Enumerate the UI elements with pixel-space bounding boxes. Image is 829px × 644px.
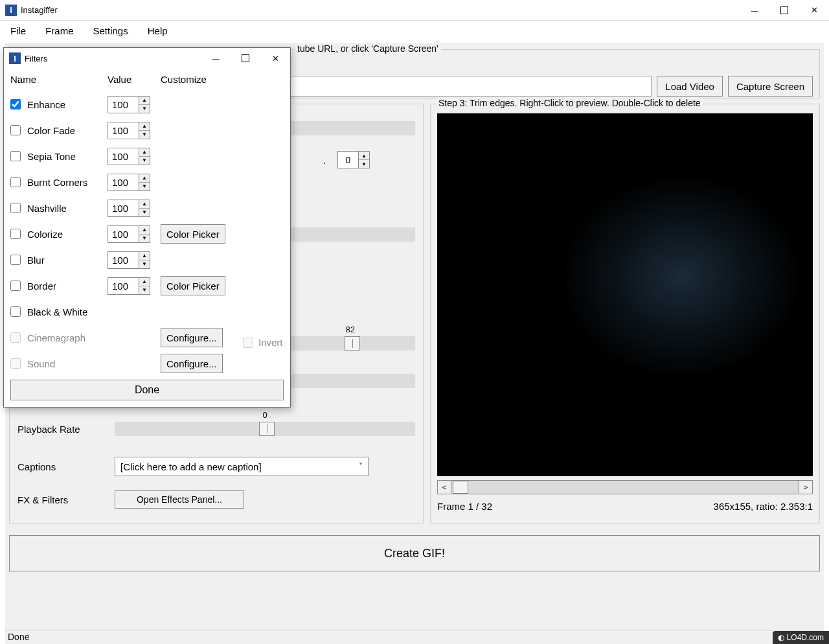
time-spinner[interactable]: ▲▼	[337, 151, 370, 168]
invert-checkbox-group: Invert	[243, 337, 283, 348]
filter-checkbox[interactable]	[10, 306, 21, 317]
filter-value-down[interactable]: ▼	[139, 105, 150, 113]
filter-value-input[interactable]	[108, 277, 139, 295]
filter-value-up[interactable]: ▲	[139, 97, 150, 105]
open-effects-panel-button[interactable]: Open Effects Panel...	[115, 490, 244, 509]
menu-help[interactable]: Help	[144, 24, 172, 38]
filter-value-input[interactable]	[108, 96, 139, 113]
menu-settings[interactable]: Settings	[89, 24, 132, 38]
filter-value-spinner: ▲▼	[108, 251, 152, 269]
frame-scrollbar: < >	[437, 480, 813, 494]
col-header-name: Name	[10, 74, 108, 85]
filter-label: Border	[27, 281, 108, 292]
filter-checkbox[interactable]	[10, 125, 21, 135]
filter-value-up[interactable]: ▲	[139, 174, 150, 183]
filter-customize-button[interactable]: Color Picker	[161, 224, 225, 244]
filter-customize-button[interactable]: Color Picker	[161, 276, 225, 295]
create-gif-bar: Create GIF!	[9, 535, 820, 571]
app-title: Instagiffer	[21, 5, 740, 15]
filter-value-input[interactable]	[108, 200, 139, 217]
filter-row-black-white: Black & White	[10, 299, 284, 325]
filter-checkbox	[10, 332, 21, 343]
filter-checkbox[interactable]	[10, 255, 21, 265]
filter-row-sound: SoundConfigure...	[10, 351, 284, 376]
time-spinner-up[interactable]: ▲	[359, 152, 369, 160]
frame-scroll-thumb[interactable]	[453, 481, 468, 494]
filter-value-down[interactable]: ▼	[139, 131, 150, 139]
filter-row-burnt-corners: Burnt Corners▲▼	[10, 169, 284, 195]
filters-dialog: I Filters Name Value Customize Enhance▲▼…	[3, 47, 291, 408]
captions-dropdown[interactable]: [Click here to add a new caption]	[115, 457, 369, 476]
quality-slider-value: 82	[345, 325, 354, 334]
filters-titlebar: I Filters	[4, 48, 290, 69]
maximize-button[interactable]	[769, 0, 799, 21]
filter-value-spinner: ▲▼	[108, 200, 152, 217]
filter-value-down[interactable]: ▼	[139, 286, 150, 294]
filter-value-up[interactable]: ▲	[139, 122, 150, 131]
frame-scroll-track[interactable]	[451, 480, 799, 494]
filter-label: Burnt Corners	[27, 177, 108, 188]
filter-value-down[interactable]: ▼	[139, 183, 150, 190]
playback-rate-slider[interactable]: 0	[115, 422, 415, 436]
filter-value-down[interactable]: ▼	[139, 157, 150, 165]
filter-checkbox[interactable]	[10, 99, 21, 109]
capture-screen-button[interactable]: Capture Screen	[728, 76, 813, 97]
time-spinner-input[interactable]	[337, 151, 358, 168]
frame-scroll-right[interactable]: >	[799, 480, 813, 494]
close-button[interactable]	[799, 0, 829, 21]
filters-maximize-button[interactable]	[231, 48, 260, 69]
filter-customize-button[interactable]: Configure...	[161, 328, 223, 347]
filter-value-down[interactable]: ▼	[139, 235, 150, 242]
preview-frame	[437, 113, 813, 476]
step1-legend: tube URL, or click 'Capture Screen'	[295, 43, 441, 54]
filter-label: Color Fade	[27, 125, 108, 136]
captions-label: Captions	[17, 461, 115, 472]
filter-value-input[interactable]	[108, 225, 139, 243]
filter-checkbox[interactable]	[10, 203, 21, 213]
status-text: Done	[8, 632, 29, 642]
filter-label: Colorize	[27, 229, 108, 240]
filter-customize-button[interactable]: Configure...	[161, 354, 223, 373]
time-spinner-down[interactable]: ▼	[359, 160, 369, 168]
filters-close-button[interactable]	[260, 48, 290, 69]
filter-checkbox[interactable]	[10, 281, 21, 291]
preview-area[interactable]	[437, 113, 813, 476]
filter-row-colorize: Colorize▲▼Color Picker	[10, 221, 284, 247]
filter-label: Enhance	[27, 99, 108, 110]
app-icon: I	[5, 5, 17, 16]
filter-checkbox	[10, 358, 21, 369]
filters-minimize-button[interactable]	[201, 48, 231, 69]
filter-checkbox[interactable]	[10, 177, 21, 187]
filter-value-up[interactable]: ▲	[139, 252, 150, 260]
filter-value-input[interactable]	[108, 148, 139, 165]
filter-value-input[interactable]	[108, 174, 139, 191]
filter-value-up[interactable]: ▲	[139, 278, 150, 286]
menu-frame[interactable]: Frame	[41, 24, 77, 38]
create-gif-button[interactable]: Create GIF!	[9, 535, 820, 571]
menu-file[interactable]: File	[6, 24, 30, 38]
step3-fieldset: Step 3: Trim edges. Right-Click to previ…	[430, 104, 820, 523]
filter-value-down[interactable]: ▼	[139, 260, 150, 268]
filters-column-headers: Name Value Customize	[10, 74, 284, 85]
filter-value-up[interactable]: ▲	[139, 200, 150, 209]
frame-scroll-left[interactable]: <	[437, 480, 451, 494]
statusbar: Done	[5, 630, 824, 644]
filter-value-input[interactable]	[108, 122, 139, 139]
filter-value-up[interactable]: ▲	[139, 148, 150, 157]
filters-done-button[interactable]: Done	[10, 380, 284, 400]
spinner-separator: .	[323, 155, 326, 167]
invert-checkbox	[243, 338, 253, 348]
filter-row-color-fade: Color Fade▲▼	[10, 117, 284, 143]
filter-value-input[interactable]	[108, 251, 139, 269]
filters-body: Name Value Customize Enhance▲▼Color Fade…	[4, 69, 290, 382]
load-video-button[interactable]: Load Video	[657, 76, 723, 97]
playback-rate-label: Playback Rate	[17, 424, 115, 435]
filter-checkbox[interactable]	[10, 229, 21, 239]
filter-value-spinner: ▲▼	[108, 174, 152, 191]
filter-value-up[interactable]: ▲	[139, 226, 150, 235]
lo4d-watermark: ◐ LO4D.com	[773, 631, 829, 644]
filter-value-down[interactable]: ▼	[139, 209, 150, 216]
filter-checkbox[interactable]	[10, 151, 21, 161]
minimize-button[interactable]	[740, 0, 769, 21]
invert-label: Invert	[258, 337, 283, 348]
